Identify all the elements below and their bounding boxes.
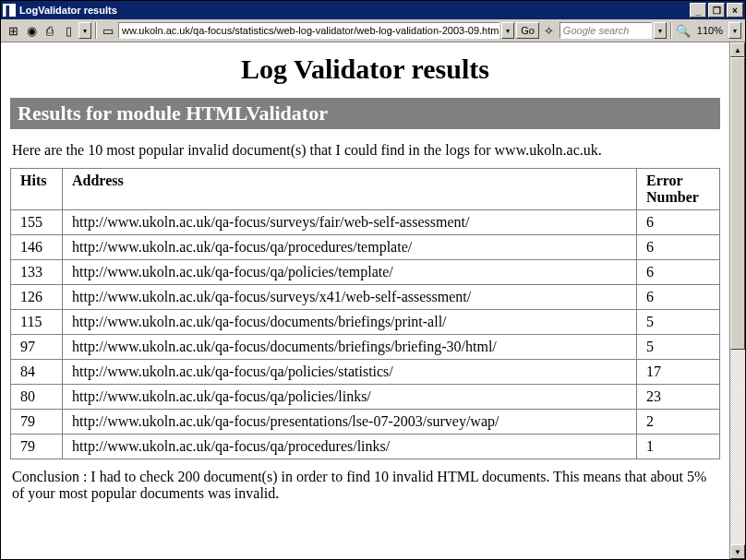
search-placeholder: Google search bbox=[563, 25, 630, 36]
cell-address: http://www.ukoln.ac.uk/qa-focus/surveys/… bbox=[63, 285, 637, 310]
cell-errors: 17 bbox=[637, 360, 720, 385]
table-row: 155http://www.ukoln.ac.uk/qa-focus/surve… bbox=[11, 210, 720, 235]
toolbar-separator bbox=[95, 22, 96, 39]
page-content: Log Validator results Results for module… bbox=[1, 42, 729, 559]
table-row: 84http://www.ukoln.ac.uk/qa-focus/qa/pol… bbox=[11, 360, 720, 385]
cell-address: http://www.ukoln.ac.uk/qa-focus/document… bbox=[63, 310, 637, 335]
page-icon: ▭ bbox=[100, 22, 116, 39]
scroll-up-button[interactable]: ▲ bbox=[730, 42, 745, 57]
cell-hits: 155 bbox=[11, 210, 63, 235]
cell-hits: 80 bbox=[11, 385, 63, 410]
toolbar-separator bbox=[670, 22, 671, 39]
cell-errors: 1 bbox=[637, 435, 720, 459]
cell-address: http://www.ukoln.ac.uk/qa-focus/document… bbox=[63, 335, 637, 360]
url-text: ww.ukoln.ac.uk/qa-focus/statistics/web-l… bbox=[122, 25, 499, 36]
table-row: 133http://www.ukoln.ac.uk/qa-focus/qa/po… bbox=[11, 260, 720, 285]
intro-text: Here are the 10 most popular invalid doc… bbox=[12, 142, 718, 159]
document-icon[interactable]: ▯ bbox=[60, 22, 77, 39]
restore-button[interactable]: ❐ bbox=[708, 3, 725, 18]
table-row: 126http://www.ukoln.ac.uk/qa-focus/surve… bbox=[11, 285, 720, 310]
col-address: Address bbox=[63, 169, 637, 210]
cell-hits: 126 bbox=[11, 285, 63, 310]
scroll-thumb[interactable] bbox=[730, 57, 745, 350]
search-engine-icon[interactable]: ✧ bbox=[541, 22, 558, 39]
cell-hits: 84 bbox=[11, 360, 63, 385]
window-title: LogValidator results bbox=[19, 5, 690, 16]
cell-errors: 6 bbox=[637, 210, 720, 235]
cell-hits: 97 bbox=[11, 335, 63, 360]
page-title: Log Validator results bbox=[10, 54, 720, 85]
col-errors: Error Number bbox=[637, 169, 720, 210]
cell-address: http://www.ukoln.ac.uk/qa-focus/qa/polic… bbox=[63, 360, 637, 385]
search-dropdown[interactable]: ▾ bbox=[654, 22, 667, 39]
cell-errors: 5 bbox=[637, 335, 720, 360]
minimize-button[interactable]: _ bbox=[690, 3, 706, 18]
cell-address: http://www.ukoln.ac.uk/qa-focus/surveys/… bbox=[63, 210, 637, 235]
titlebar: ▌ LogValidator results _ ❐ × bbox=[1, 1, 745, 19]
table-row: 97http://www.ukoln.ac.uk/qa-focus/docume… bbox=[11, 335, 720, 360]
results-table: Hits Address Error Number 155http://www.… bbox=[10, 168, 720, 459]
app-window: ▌ LogValidator results _ ❐ × ⊞ ◉ ⎙ ▯ ▾ ▭… bbox=[0, 0, 746, 560]
search-input[interactable]: Google search bbox=[560, 22, 652, 39]
zoom-icon[interactable]: 🔍 bbox=[675, 22, 692, 39]
vertical-scrollbar[interactable]: ▲ ▼ bbox=[729, 42, 745, 559]
cell-hits: 115 bbox=[11, 310, 63, 335]
cell-address: http://www.ukoln.ac.uk/qa-focus/qa/proce… bbox=[63, 435, 637, 459]
cell-errors: 2 bbox=[637, 410, 720, 435]
table-row: 115http://www.ukoln.ac.uk/qa-focus/docum… bbox=[11, 310, 720, 335]
cell-errors: 6 bbox=[637, 260, 720, 285]
url-dropdown[interactable]: ▾ bbox=[501, 22, 514, 39]
cell-hits: 79 bbox=[11, 410, 63, 435]
zoom-level: 110% bbox=[693, 25, 727, 36]
scroll-track[interactable] bbox=[730, 57, 745, 544]
camera-icon[interactable]: ◉ bbox=[23, 22, 40, 39]
conclusion-text: Conclusion : I had to check 200 document… bbox=[12, 469, 718, 502]
table-row: 79http://www.ukoln.ac.uk/qa-focus/presen… bbox=[11, 410, 720, 435]
cell-address: http://www.ukoln.ac.uk/qa-focus/qa/polic… bbox=[63, 385, 637, 410]
cell-hits: 79 bbox=[11, 435, 63, 459]
scroll-down-button[interactable]: ▼ bbox=[730, 544, 745, 559]
cell-errors: 5 bbox=[637, 310, 720, 335]
toolbar-dropdown[interactable]: ▾ bbox=[78, 22, 91, 39]
cell-hits: 133 bbox=[11, 260, 63, 285]
section-header: Results for module HTMLValidator bbox=[10, 98, 720, 129]
go-label: Go bbox=[521, 25, 535, 36]
cell-address: http://www.ukoln.ac.uk/qa-focus/presenta… bbox=[63, 410, 637, 435]
window-controls: _ ❐ × bbox=[690, 3, 743, 18]
col-hits: Hits bbox=[11, 169, 63, 210]
table-row: 80http://www.ukoln.ac.uk/qa-focus/qa/pol… bbox=[11, 385, 720, 410]
go-button[interactable]: Go bbox=[516, 22, 539, 39]
cell-errors: 6 bbox=[637, 235, 720, 260]
close-button[interactable]: × bbox=[727, 3, 743, 18]
cell-errors: 23 bbox=[637, 385, 720, 410]
app-icon: ▌ bbox=[3, 4, 16, 17]
print-icon[interactable]: ⎙ bbox=[42, 22, 58, 39]
cell-address: http://www.ukoln.ac.uk/qa-focus/qa/polic… bbox=[63, 260, 637, 285]
table-row: 79http://www.ukoln.ac.uk/qa-focus/qa/pro… bbox=[11, 435, 720, 459]
zoom-dropdown[interactable]: ▾ bbox=[728, 22, 741, 39]
content-wrap: Log Validator results Results for module… bbox=[1, 42, 745, 559]
table-row: 146http://www.ukoln.ac.uk/qa-focus/qa/pr… bbox=[11, 235, 720, 260]
cell-hits: 146 bbox=[11, 235, 63, 260]
toolbar: ⊞ ◉ ⎙ ▯ ▾ ▭ ww.ukoln.ac.uk/qa-focus/stat… bbox=[1, 19, 745, 42]
cell-errors: 6 bbox=[637, 285, 720, 310]
table-header-row: Hits Address Error Number bbox=[11, 169, 720, 210]
url-input[interactable]: ww.ukoln.ac.uk/qa-focus/statistics/web-l… bbox=[118, 22, 499, 39]
new-window-icon[interactable]: ⊞ bbox=[5, 22, 21, 39]
cell-address: http://www.ukoln.ac.uk/qa-focus/qa/proce… bbox=[63, 235, 637, 260]
